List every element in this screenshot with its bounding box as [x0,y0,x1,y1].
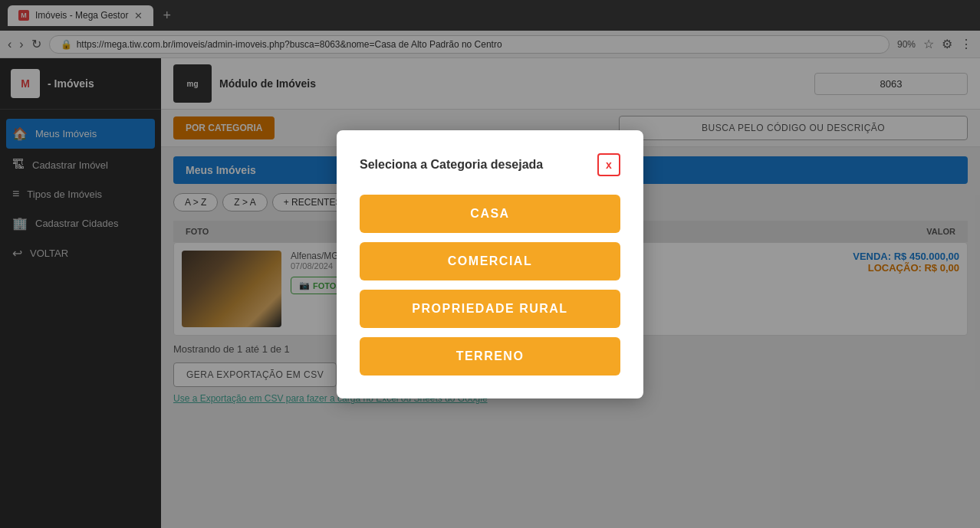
category-propriedade-rural-button[interactable]: PROPRIEDADE RURAL [360,290,620,328]
modal-title: Seleciona a Categoria desejada [360,158,543,172]
category-terreno-button[interactable]: TERRENO [360,337,620,376]
modal-close-button[interactable]: x [597,153,620,176]
modal-header: Seleciona a Categoria desejada x [360,153,620,176]
modal-overlay[interactable]: Seleciona a Categoria desejada x CASA CO… [0,0,980,528]
category-comercial-button[interactable]: COMERCIAL [360,242,620,280]
category-casa-button[interactable]: CASA [360,195,620,233]
category-modal: Seleciona a Categoria desejada x CASA CO… [337,130,643,398]
